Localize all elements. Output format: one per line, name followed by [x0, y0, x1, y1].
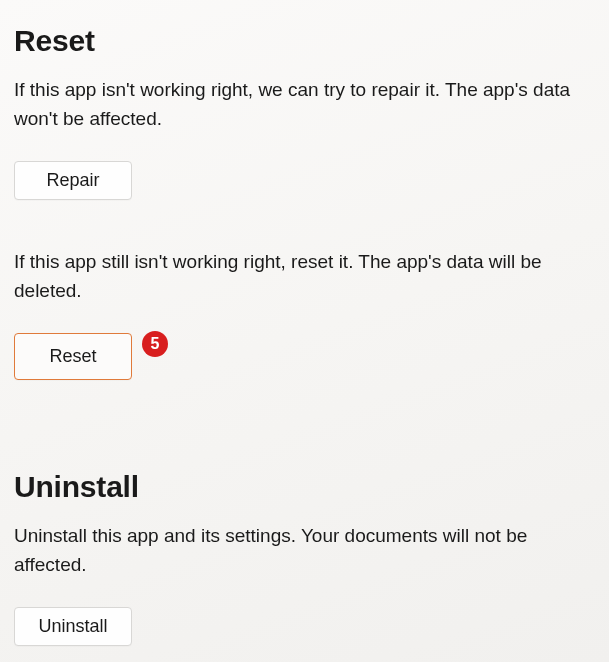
- repair-button-wrap: Repair: [14, 161, 609, 200]
- uninstall-heading: Uninstall: [14, 470, 609, 504]
- reset-section: Reset If this app isn't working right, w…: [14, 24, 609, 470]
- repair-description: If this app isn't working right, we can …: [14, 76, 594, 133]
- uninstall-section: Uninstall Uninstall this app and its set…: [14, 470, 609, 646]
- uninstall-button[interactable]: Uninstall: [14, 607, 132, 646]
- reset-heading: Reset: [14, 24, 609, 58]
- uninstall-button-wrap: Uninstall: [14, 607, 609, 646]
- repair-button[interactable]: Repair: [14, 161, 132, 200]
- reset-description: If this app still isn't working right, r…: [14, 248, 594, 305]
- reset-button-wrap: Reset 5: [14, 333, 132, 380]
- uninstall-description: Uninstall this app and its settings. You…: [14, 522, 594, 579]
- reset-button[interactable]: Reset: [14, 333, 132, 380]
- step-badge: 5: [142, 331, 168, 357]
